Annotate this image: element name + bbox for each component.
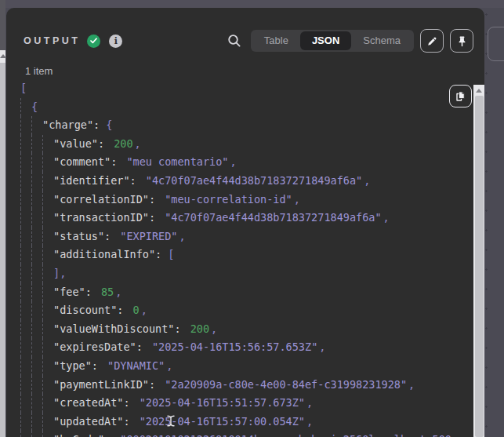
tab-schema[interactable]: Schema — [351, 31, 412, 50]
indent-guide — [42, 172, 53, 191]
left-panel-scrollbar[interactable] — [0, 50, 5, 437]
indent-guide — [20, 172, 31, 191]
json-token-m: , — [211, 322, 217, 335]
json-token-c: : — [155, 248, 168, 260]
indent-guide — [42, 301, 53, 320]
json-line: "paymentLinkID": "2a20909a-c80e-4e00-84e… — [20, 376, 473, 395]
indent-guide — [31, 264, 42, 283]
json-token-m: , — [294, 193, 300, 206]
indent-guide — [42, 191, 53, 209]
json-token-k: "fee" — [53, 286, 85, 298]
indent-guide — [20, 191, 31, 209]
copy-icon — [455, 90, 466, 102]
left-scrollbar-thumb[interactable] — [0, 63, 5, 437]
json-token-s: "4c70f07ae4f44d38b71837271849af6a" — [165, 211, 381, 224]
json-token-c: : — [136, 340, 149, 353]
json-token-m: , — [408, 378, 415, 391]
output-scrollbar-thumb[interactable] — [475, 96, 484, 437]
indent-guide — [20, 228, 31, 246]
indent-guide — [42, 394, 53, 413]
indent-guide — [31, 394, 42, 413]
json-token-m: , — [135, 137, 141, 150]
output-panel-header: OUTPUT i TableJSONSchema — [6, 28, 484, 53]
indent-guide — [20, 98, 31, 117]
indent-guide — [42, 357, 53, 376]
output-scrollbar[interactable] — [473, 85, 484, 437]
indent-guide — [42, 264, 53, 283]
json-token-c: : — [104, 230, 117, 242]
json-token-c: : — [98, 137, 111, 150]
json-token-c: : — [123, 415, 136, 428]
indent-guide — [31, 191, 42, 209]
indent-guide — [31, 209, 42, 228]
indent-guide — [31, 283, 42, 302]
indent-guide — [20, 394, 31, 413]
json-token-m: , — [115, 286, 121, 298]
json-line: "value": 200, — [20, 135, 473, 154]
indent-guide — [31, 413, 42, 432]
json-viewer: [{"charge": {"value": 200,"comment": "me… — [6, 79, 473, 437]
json-token-c: : — [174, 322, 187, 335]
json-token-k: "status" — [53, 230, 104, 242]
json-token-n: 0 — [133, 304, 140, 316]
json-token-m: , — [166, 359, 172, 372]
indent-guide — [31, 431, 42, 437]
tab-json[interactable]: JSON — [300, 31, 351, 50]
indent-guide — [20, 338, 31, 357]
tab-table[interactable]: Table — [252, 31, 300, 50]
info-icon[interactable]: i — [109, 35, 122, 48]
json-token-s: "meu-correlation-id" — [165, 193, 292, 206]
indent-guide — [42, 338, 53, 357]
indent-guide — [42, 413, 53, 432]
json-token-n: 200 — [190, 322, 209, 335]
json-token-s: "00020101021226910014br.gov.bcb.pix2560l… — [120, 433, 451, 437]
json-line: "brCode": "00020101021226910014br.gov.bc… — [20, 431, 473, 437]
indent-guide — [31, 357, 42, 376]
edit-output-button[interactable] — [420, 29, 444, 53]
json-token-k: "identifier" — [53, 174, 130, 187]
json-token-k: "createdAt" — [53, 396, 123, 409]
json-token-k: "charge" — [42, 118, 93, 131]
json-token-s: "4c70f07ae4f44d38b71837271849af6a" — [146, 174, 362, 187]
json-token-c: : — [85, 286, 98, 298]
json-line: "discount": 0, — [20, 301, 473, 320]
pin-data-button[interactable] — [450, 29, 473, 53]
json-token-m: , — [383, 211, 390, 224]
indent-guide — [31, 246, 42, 264]
json-token-s: "2025-04-16T15:51:57.673Z" — [140, 396, 305, 409]
search-icon[interactable] — [227, 34, 241, 48]
indent-guide — [20, 153, 31, 172]
json-line: "updatedAt": "2025-04-16T15:57:00.054Z", — [20, 413, 473, 432]
json-token-p: { — [31, 100, 38, 113]
json-token-k: "valueWithDiscount" — [53, 322, 174, 335]
json-token-k: "type" — [53, 359, 92, 372]
json-token-s: "meu comentario" — [126, 155, 228, 168]
json-token-s: "2a20909a-c80e-4e00-84ef-c31998231928" — [165, 378, 407, 391]
indent-guide — [20, 301, 31, 320]
json-token-p: [ — [168, 248, 174, 260]
json-token-k: "expiresDate" — [53, 340, 136, 353]
json-token-c: : — [123, 396, 136, 409]
json-line: "expiresDate": "2025-04-16T15:56:57.653Z… — [20, 338, 473, 357]
json-token-n: 85 — [101, 286, 114, 298]
json-code: [{"charge": {"value": 200,"comment": "me… — [6, 79, 473, 437]
json-token-m: , — [306, 396, 313, 409]
json-token-s: "2025-04-16T15:57:00.054Z" — [140, 415, 305, 428]
scroll-up-arrow-icon[interactable] — [0, 54, 6, 58]
json-line: "correlationID": "meu-correlation-id", — [20, 191, 473, 209]
json-token-c: : — [149, 211, 161, 224]
indent-guide — [31, 301, 42, 320]
json-token-c: : — [111, 155, 123, 168]
indent-guide — [42, 431, 53, 437]
scroll-up-arrow-icon[interactable] — [476, 89, 482, 93]
json-line: [ — [20, 79, 473, 98]
json-token-c: : — [130, 174, 143, 187]
json-token-m: , — [179, 230, 185, 242]
json-token-k: "additionalInfo" — [53, 248, 155, 260]
left-panel-edge — [0, 0, 5, 50]
json-line: "identifier": "4c70f07ae4f44d38b71837271… — [20, 172, 473, 191]
indent-guide — [31, 338, 42, 357]
json-token-m: , — [306, 415, 313, 428]
copy-to-clipboard-button[interactable] — [449, 85, 472, 107]
pushpin-icon — [456, 35, 468, 47]
